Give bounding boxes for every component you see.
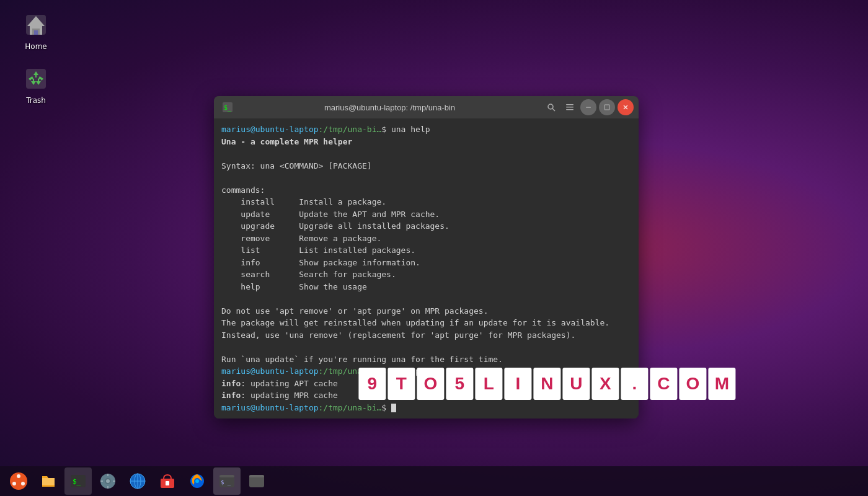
close-button[interactable]	[618, 99, 634, 115]
svg-rect-28	[113, 480, 115, 482]
watermark-char: C	[650, 368, 677, 400]
home-icon	[21, 10, 51, 40]
svg-rect-27	[100, 480, 103, 482]
svg-point-19	[21, 482, 25, 485]
svg-rect-13	[604, 105, 609, 110]
svg-rect-3	[34, 30, 38, 35]
terminal-line: The package will get reinstalled when up…	[221, 317, 631, 329]
trash-icon	[21, 64, 51, 94]
taskbar-start[interactable]	[5, 467, 32, 495]
desktop-icon-trash[interactable]: Trash	[11, 59, 61, 110]
terminal-line: remove Remove a package.	[221, 232, 631, 245]
svg-line-8	[552, 108, 555, 111]
trash-label: Trash	[26, 96, 46, 105]
terminal-cursor	[391, 404, 396, 412]
svg-rect-12	[586, 107, 591, 108]
terminal-titlebar: $_ marius@ubuntu-laptop: /tmp/una-bin	[214, 96, 639, 118]
terminal-line: Syntax: una <COMMAND> [PACKAGE]	[221, 160, 631, 172]
svg-rect-40	[219, 475, 234, 477]
svg-point-24	[106, 479, 110, 483]
terminal-line: Instead, use 'una remove' (replacement f…	[221, 329, 631, 342]
desktop-icon-home[interactable]: Home	[11, 5, 61, 56]
watermark-char: O	[679, 368, 706, 400]
terminal-prompt-active: marius@ubuntu-laptop:/tmp/una-bi…$	[221, 402, 631, 414]
terminal-line: info Show package information.	[221, 257, 631, 269]
titlebar-controls	[543, 99, 634, 115]
svg-text:$_: $_	[224, 104, 232, 112]
watermark: 9 T O 5 L I N U X . C O M	[358, 368, 735, 400]
svg-point-18	[12, 482, 16, 485]
terminal-line: marius@ubuntu-laptop:/tmp/una-bi…$ una h…	[221, 123, 631, 136]
terminal-app-icon: $_	[219, 99, 236, 116]
taskbar-firefox[interactable]	[184, 467, 211, 495]
watermark-char: M	[708, 368, 735, 400]
minimize-button[interactable]	[580, 99, 596, 115]
home-label: Home	[25, 42, 46, 51]
svg-rect-35	[166, 481, 169, 485]
terminal-line: update Update the APT and MPR cache.	[221, 208, 631, 221]
svg-rect-25	[107, 474, 108, 476]
svg-rect-9	[566, 104, 574, 105]
watermark-char: L	[475, 368, 502, 400]
terminal-line: help Show the usage	[221, 281, 631, 293]
svg-point-7	[548, 104, 553, 109]
watermark-char: 9	[358, 368, 386, 400]
watermark-char: N	[533, 368, 560, 400]
svg-text:$ _: $ _	[221, 479, 231, 485]
watermark-char: T	[388, 368, 415, 400]
watermark-char: U	[562, 368, 590, 400]
svg-text:$_: $_	[73, 477, 81, 485]
terminal-line: list List installed packages.	[221, 244, 631, 257]
watermark-char: I	[504, 368, 531, 400]
search-button[interactable]	[543, 99, 559, 115]
maximize-button[interactable]	[599, 99, 615, 115]
menu-button[interactable]	[562, 99, 578, 115]
svg-point-38	[195, 479, 199, 483]
terminal-line	[221, 148, 631, 160]
taskbar-terminal-inactive[interactable]	[243, 467, 270, 495]
svg-rect-26	[107, 486, 108, 489]
taskbar-terminal[interactable]: $_	[64, 467, 92, 495]
watermark-char: .	[621, 368, 648, 400]
taskbar-browser[interactable]	[124, 467, 151, 495]
svg-rect-10	[566, 107, 574, 108]
terminal-title: marius@ubuntu-laptop: /tmp/una-bin	[240, 103, 539, 112]
terminal-line: commands:	[221, 184, 631, 197]
taskbar-store[interactable]	[154, 467, 181, 495]
terminal-line: Run `una update` if you're running una f…	[221, 353, 631, 366]
terminal-line: search Search for packages.	[221, 268, 631, 281]
watermark-char: X	[591, 368, 619, 400]
terminal-line: upgrade Upgrade all installed packages.	[221, 220, 631, 232]
terminal-line	[221, 293, 631, 305]
taskbar-settings[interactable]	[94, 467, 122, 495]
svg-point-17	[17, 474, 20, 478]
taskbar: $_	[0, 466, 868, 496]
watermark-char: O	[417, 368, 444, 400]
svg-rect-43	[249, 475, 264, 477]
terminal-line	[221, 341, 631, 353]
terminal-line: install Install a package.	[221, 196, 631, 208]
svg-rect-11	[566, 109, 574, 110]
terminal-line	[221, 172, 631, 184]
watermark-char: 5	[446, 368, 473, 400]
terminal-line: Do not use 'apt remove' or 'apt purge' o…	[221, 305, 631, 317]
terminal-line: Una - a complete MPR helper	[221, 136, 631, 148]
taskbar-terminal-active[interactable]: $ _	[213, 467, 241, 495]
taskbar-files[interactable]	[35, 467, 62, 495]
